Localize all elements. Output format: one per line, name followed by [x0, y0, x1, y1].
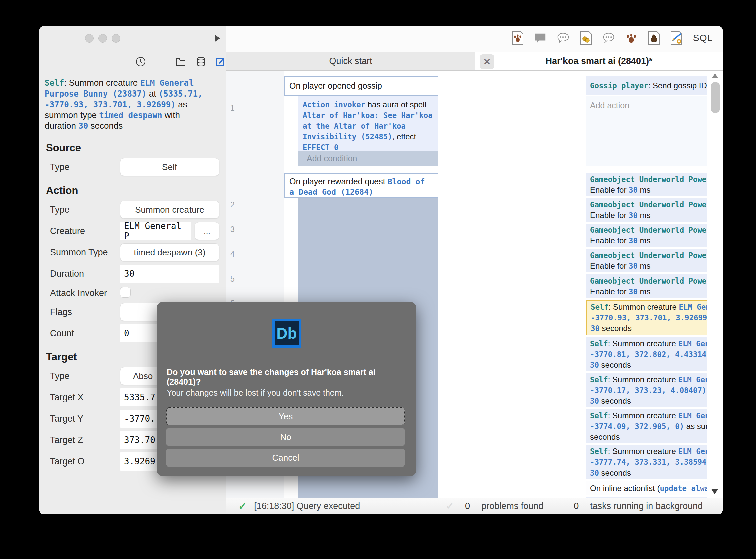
- pick-creature-button[interactable]: ...: [194, 222, 219, 240]
- text-segment: 30: [629, 186, 638, 194]
- problems-check-icon: ✓: [446, 500, 454, 512]
- add-condition-button[interactable]: Add condition: [298, 151, 439, 166]
- tab-bar: Quick start Har'koa smart ai (28401)* ✕: [226, 52, 723, 71]
- add-action-button[interactable]: Add action: [586, 96, 723, 166]
- action-row[interactable]: Gameobject Underworld Power Fragment (19…: [586, 224, 723, 247]
- type-select[interactable]: Summon creature: [120, 201, 219, 219]
- text-segment: Enable for: [590, 185, 629, 194]
- action-row[interactable]: Self: Summon creature ELM General Purpos…: [586, 409, 723, 443]
- status-message: [16:18:30] Query executed: [254, 501, 360, 511]
- gossip-bubble-icon[interactable]: [557, 31, 569, 45]
- loot-document-icon[interactable]: [580, 31, 592, 45]
- tab-quick-start[interactable]: Quick start: [226, 52, 475, 70]
- text-segment: : Summon creature: [64, 78, 140, 88]
- type-select[interactable]: Self: [120, 158, 219, 176]
- text-segment: On player rewarded quest: [289, 177, 388, 186]
- no-button[interactable]: No: [166, 428, 405, 446]
- text-segment: : Summon creature: [608, 411, 678, 420]
- action-row[interactable]: On inline actionlist (update always): [586, 481, 723, 495]
- tab-close-icon[interactable]: ✕: [480, 54, 494, 69]
- attack-invoker-checkbox[interactable]: [120, 287, 131, 297]
- status-bar: ✓ [16:18:30] Query executed ✓ 0 problems…: [226, 497, 723, 514]
- text-segment: : Summon creature: [608, 375, 678, 384]
- main-toolbar: SQL: [226, 26, 723, 52]
- db-logo-text: Db: [276, 324, 297, 342]
- text-segment: timed despawn: [99, 111, 162, 120]
- event-on-player-opened-gossip[interactable]: On player opened gossip: [284, 76, 439, 96]
- tab-quick-start-label: Quick start: [329, 56, 372, 66]
- poo-document-icon[interactable]: [647, 31, 660, 45]
- action-row[interactable]: Gameobject Underworld Power Fragment (19…: [586, 274, 723, 298]
- window-zoom-button[interactable]: [112, 34, 120, 43]
- field-label: Attack Invoker: [50, 288, 107, 298]
- field-label: Target Z: [50, 435, 83, 445]
- action-row[interactable]: Self: Summon creature ELM General Purpos…: [586, 445, 723, 479]
- line-number: 5: [230, 274, 235, 284]
- yes-button[interactable]: Yes: [166, 407, 405, 425]
- text-segment: Enable for: [590, 211, 629, 220]
- problems-count: 0: [465, 501, 470, 511]
- text-segment: ms: [638, 262, 651, 270]
- gossip-bubble-icon-2[interactable]: [602, 31, 615, 45]
- text-segment: seconds: [599, 323, 632, 333]
- text-segment: 30: [590, 397, 599, 405]
- tasks-label[interactable]: tasks running in background: [590, 501, 703, 511]
- duration-input[interactable]: 30: [120, 265, 219, 283]
- text-segment: 30: [629, 262, 638, 270]
- scrollbar-thumb[interactable]: [711, 82, 720, 113]
- dialog-subtitle: Your changes will be lost if you don't s…: [167, 388, 408, 398]
- action-row[interactable]: Self: Summon creature ELM General Purpos…: [586, 337, 723, 371]
- text-segment: -3770.17, 373.23, 4.08407): [590, 386, 706, 395]
- problems-label[interactable]: problems found: [481, 501, 543, 511]
- folder-icon[interactable]: [175, 57, 186, 67]
- text-segment: -3777.74, 373.331, 3.38594): [590, 458, 711, 467]
- cancel-button[interactable]: Cancel: [166, 449, 405, 467]
- sidebar-header: [39, 26, 226, 52]
- form-row: Attack Invoker: [39, 286, 219, 299]
- window-close-button[interactable]: [85, 34, 94, 43]
- sql-button[interactable]: SQL: [693, 33, 713, 43]
- window-minimize-button[interactable]: [98, 34, 107, 43]
- field-label: Type: [50, 162, 70, 172]
- text-segment: seconds: [88, 120, 123, 131]
- comment-filled-icon[interactable]: [534, 31, 547, 45]
- text-segment: 30: [590, 469, 599, 477]
- run-play-icon[interactable]: [214, 35, 220, 42]
- action-gossip-player[interactable]: Gossip player: Send gossip ID 9687 with …: [586, 76, 723, 95]
- action-row[interactable]: Gameobject Underworld Power Fragment (19…: [586, 173, 723, 196]
- text-segment: Gameobject Underworld Power Fragment (19…: [590, 226, 723, 234]
- text-segment: Gameobject Underworld Power Fragment (19…: [590, 175, 723, 184]
- text-segment: Enable for: [590, 287, 629, 296]
- form-row: Summon Typetimed despawn (3): [39, 243, 219, 262]
- text-segment: -3770.93, 373.701, 3.92699): [591, 313, 712, 322]
- text-segment: seconds: [590, 432, 619, 442]
- text-segment: Gameobject Underworld Power Fragment (19…: [590, 251, 723, 260]
- scroll-up-icon[interactable]: [712, 73, 718, 78]
- text-segment: Gameobject Underworld Power Fragment (19…: [590, 276, 723, 285]
- tab-harkoa-smart-ai[interactable]: Har'koa smart ai (28401)*: [475, 52, 723, 70]
- text-segment: Self: [590, 375, 608, 384]
- condition-has-aura[interactable]: Action invoker has aura of spell Altar o…: [298, 96, 439, 151]
- vertical-scrollbar[interactable]: [707, 71, 723, 497]
- script-settings-document-icon[interactable]: [670, 31, 683, 45]
- action-row[interactable]: Self: Summon creature ELM General Purpos…: [586, 300, 723, 335]
- field-label: Type: [50, 205, 70, 215]
- action-row[interactable]: Gameobject Underworld Power Fragment (19…: [586, 198, 723, 222]
- edit-icon[interactable]: [215, 57, 226, 67]
- line-number: 2: [230, 200, 235, 209]
- database-icon[interactable]: [195, 57, 206, 67]
- history-clock-icon[interactable]: [136, 57, 146, 67]
- paw-icon[interactable]: [625, 31, 638, 45]
- dialog-title: Do you want to save the changes of Har'k…: [167, 367, 408, 387]
- event-on-player-rewarded-quest[interactable]: On player rewarded quest Blood of a Dead…: [284, 173, 439, 198]
- query-success-check-icon: ✓: [238, 500, 246, 512]
- scroll-down-icon[interactable]: [711, 489, 718, 494]
- action-row[interactable]: Gameobject Underworld Power Fragment (19…: [586, 249, 723, 272]
- text-segment: On inline actionlist (: [590, 484, 660, 493]
- creature-input[interactable]: ELM General P: [120, 222, 191, 240]
- action-row[interactable]: Self: Summon creature ELM General Purpos…: [586, 373, 723, 407]
- summon-type-select[interactable]: timed despawn (3): [120, 243, 219, 262]
- creature-paw-document-icon[interactable]: [512, 31, 524, 45]
- text-segment: : Summon creature: [609, 302, 679, 311]
- sidebar-tab-strip: [39, 52, 226, 72]
